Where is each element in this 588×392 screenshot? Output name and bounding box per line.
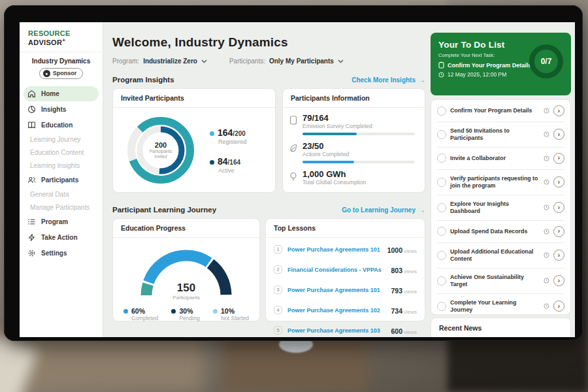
active-label: Active [218, 167, 247, 174]
home-icon [27, 90, 36, 98]
lesson-views-unit: views [404, 289, 417, 295]
card-title: Invited Participants [113, 89, 275, 108]
task-go-button[interactable]: › [553, 301, 564, 312]
sidebar-item-label: Settings [41, 250, 67, 257]
lesson-link[interactable]: Power Purchase Agreements 103 [287, 327, 385, 334]
task-go-button[interactable]: › [553, 202, 564, 213]
task-checkbox[interactable] [437, 203, 446, 212]
sidebar-item-participants[interactable]: Participants [24, 172, 99, 188]
legend-active: 84/164 Active [210, 155, 247, 174]
task-row-send-invitations[interactable]: Send 50 Invitations to Participants › [437, 122, 564, 147]
dashboard-screen: RESOURCE ADVISOR+ Industry Dynamics ● Sp… [20, 22, 575, 337]
lesson-link[interactable]: Power Purchase Agreements 101 [287, 287, 385, 293]
go-to-learning-journey-link[interactable]: Go to Learning Journey → [342, 206, 425, 214]
sidebar-item-education-content[interactable]: Education Content [24, 146, 99, 159]
task-go-button[interactable]: › [553, 153, 564, 164]
lesson-views-unit: views [404, 329, 417, 335]
check-more-insights-link[interactable]: Check More Insights → [351, 76, 425, 84]
metric-emission-survey: 79/164 Emission Survey Completed [289, 113, 417, 135]
invited-participants-card: Invited Participants 200 Participants In… [112, 88, 276, 193]
task-row-explore-insights[interactable]: Explore Your Insights Dashboard › [437, 195, 564, 220]
sidebar-item-learning-journey[interactable]: Learning Journey [24, 133, 99, 146]
metric-value: 23/50 [302, 141, 415, 151]
logo-advisor: ADVISOR [28, 39, 62, 46]
sidebar-item-insights[interactable]: Insights [24, 102, 99, 117]
task-row-confirm-program[interactable]: Confirm Your Program Details › [437, 100, 564, 122]
section-title: Participant Learning Journey [112, 206, 216, 214]
clock-icon [544, 204, 549, 210]
task-go-button[interactable]: › [553, 226, 564, 237]
sidebar-item-label: Learning Journey [30, 136, 80, 143]
card-title: Top Lessons [266, 219, 425, 238]
program-filter-label: Program: [112, 57, 139, 65]
task-row-upload-spend-data[interactable]: Upload Spend Data Records › [437, 220, 564, 242]
task-label: Invite a Collaborator [450, 155, 540, 162]
sidebar-item-take-action[interactable]: Take Action [24, 230, 99, 245]
clock-icon [438, 72, 444, 78]
clock-icon [544, 303, 549, 309]
lesson-link[interactable]: Power Purchase Agreements 102 [287, 307, 385, 314]
sponsor-icon: ● [43, 70, 50, 77]
sidebar: RESOURCE ADVISOR+ Industry Dynamics ● Sp… [20, 22, 103, 337]
task-go-button[interactable]: › [553, 105, 564, 116]
task-checkbox[interactable] [437, 227, 446, 236]
link-label: Check More Insights [351, 76, 416, 84]
donut-center-value: 200 [155, 141, 167, 149]
task-row-achieve-target[interactable]: Achieve One Sustainability Target › [437, 268, 564, 293]
lesson-link[interactable]: Financial Considerations - VPPAs [287, 267, 385, 273]
arrow-right-icon: → [419, 206, 425, 214]
lesson-rank: 2 [274, 265, 282, 274]
task-row-invite-collaborator[interactable]: Invite a Collaborator › [437, 147, 564, 169]
registered-total: /200 [233, 130, 245, 137]
task-label: Explore Your Insights Dashboard [450, 201, 540, 215]
task-checkbox[interactable] [437, 276, 446, 286]
education-icon [27, 121, 36, 129]
logo-plus: + [62, 37, 65, 43]
program-filter[interactable]: Program: Industrialize Zero [112, 57, 207, 65]
lesson-views-unit: views [404, 248, 417, 254]
metric-value: 79/164 [302, 113, 415, 123]
registered-dot-icon [210, 131, 214, 136]
sidebar-item-label: Learning Insights [30, 162, 80, 169]
sidebar-item-program[interactable]: Program [24, 214, 99, 229]
page-title: Welcome, Industry Dynamics [112, 35, 288, 50]
task-go-button[interactable]: › [553, 176, 564, 188]
task-checkbox[interactable] [437, 106, 446, 116]
task-go-button[interactable]: › [553, 129, 564, 140]
todo-next-task-label: Confirm Your Program Details [448, 62, 531, 69]
active-total: /164 [228, 159, 240, 166]
task-row-complete-learning-journey[interactable]: Complete Your Learning Journey › [437, 293, 564, 319]
sidebar-item-label: General Data [30, 191, 69, 198]
task-checkbox[interactable] [437, 251, 446, 260]
task-label: Confirm Your Program Details [450, 107, 540, 114]
invited-donut-chart: 200 Participants Invited [122, 112, 199, 189]
sidebar-item-home[interactable]: Home [24, 86, 99, 101]
task-checkbox[interactable] [437, 302, 446, 311]
todo-progress-ring: 0/7 [529, 44, 563, 78]
gauge-center-value: 150 [137, 282, 235, 295]
sidebar-item-education[interactable]: Education [24, 118, 99, 133]
registered-value: 164 [218, 127, 233, 138]
task-checkbox[interactable] [437, 178, 446, 187]
todo-progress-value: 0/7 [541, 57, 552, 66]
task-go-button[interactable]: › [553, 275, 564, 286]
sidebar-item-manage-participants[interactable]: Manage Participants [24, 201, 99, 214]
not-started-label: Not Started [221, 315, 249, 321]
participants-filter[interactable]: Participants: Only My Participants [229, 57, 344, 65]
task-checkbox[interactable] [437, 154, 446, 163]
sponsor-label: Sponsor [53, 70, 77, 76]
legend-not-started: 10% Not Started [213, 307, 249, 321]
survey-icon [289, 116, 297, 125]
task-checkbox[interactable] [437, 130, 446, 139]
lesson-link[interactable]: Power Purchase Agreements 101 [287, 246, 382, 253]
sidebar-item-general-data[interactable]: General Data [24, 188, 99, 201]
sidebar-item-label: Education Content [30, 149, 84, 156]
task-row-upload-educational-content[interactable]: Upload Additional Educational Content › [437, 242, 564, 268]
task-go-button[interactable]: › [553, 250, 564, 261]
lesson-views-unit: views [404, 269, 417, 274]
task-row-verify-participants[interactable]: Verify participants requesting to join t… [437, 169, 564, 195]
sidebar-item-learning-insights[interactable]: Learning Insights [24, 159, 99, 172]
pending-pct: 30% [179, 307, 193, 315]
recent-news-title: Recent News [439, 324, 563, 337]
sidebar-item-settings[interactable]: Settings [24, 246, 99, 261]
